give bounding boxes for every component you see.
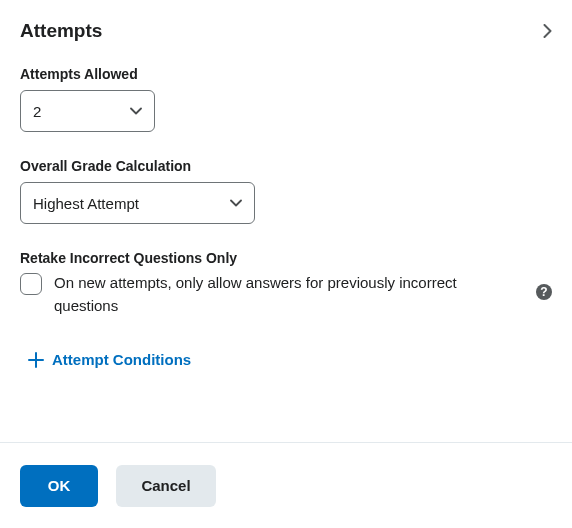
attempt-conditions-label: Attempt Conditions	[52, 351, 191, 368]
ok-button[interactable]: OK	[20, 465, 98, 507]
retake-checkbox[interactable]	[20, 273, 42, 295]
grade-calc-label: Overall Grade Calculation	[20, 158, 552, 174]
help-icon[interactable]: ?	[536, 284, 552, 300]
retake-field: Retake Incorrect Questions Only On new a…	[20, 250, 552, 317]
chevron-down-icon	[130, 107, 142, 115]
grade-calc-select[interactable]: Highest Attempt	[20, 182, 255, 224]
attempts-allowed-select[interactable]: 2	[20, 90, 155, 132]
section-title: Attempts	[20, 20, 102, 42]
attempts-allowed-field: Attempts Allowed 2	[20, 66, 552, 132]
chevron-down-icon	[230, 199, 242, 207]
grade-calc-field: Overall Grade Calculation Highest Attemp…	[20, 158, 552, 224]
cancel-button[interactable]: Cancel	[116, 465, 216, 507]
attempts-allowed-label: Attempts Allowed	[20, 66, 552, 82]
dialog-footer: OK Cancel	[0, 442, 572, 528]
chevron-right-icon	[543, 24, 552, 38]
attempts-section: Attempts Attempts Allowed 2 Overall Grad…	[0, 0, 572, 368]
retake-group-label: Retake Incorrect Questions Only	[20, 250, 552, 266]
grade-calc-value: Highest Attempt	[33, 195, 139, 212]
section-header[interactable]: Attempts	[20, 20, 552, 42]
attempts-allowed-value: 2	[33, 103, 41, 120]
retake-description: On new attempts, only allow answers for …	[54, 272, 552, 317]
attempt-conditions-link[interactable]: Attempt Conditions	[20, 351, 552, 368]
plus-icon	[28, 352, 44, 368]
